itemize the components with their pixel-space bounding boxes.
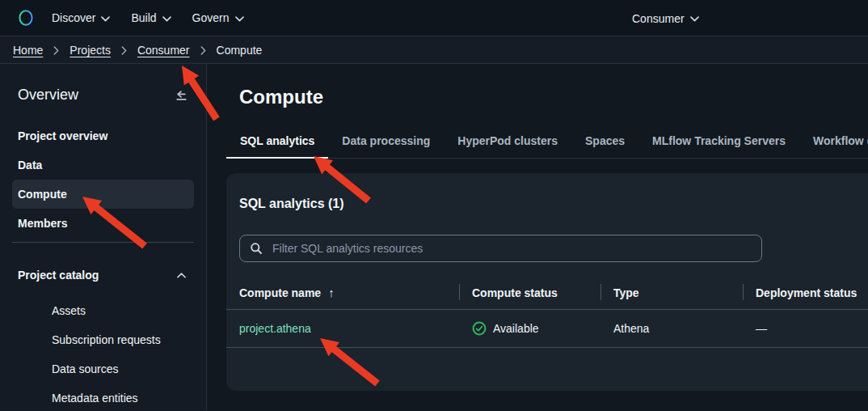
tab-spaces[interactable]: Spaces <box>571 129 638 158</box>
sidebar-catalog-section: Project catalog <box>12 261 194 290</box>
compute-table-body: project.athenaAvailableAthena— <box>226 310 868 348</box>
chevron-right-icon <box>53 46 59 55</box>
tab-workflow-e[interactable]: Workflow e <box>799 129 868 158</box>
column-header-label: Compute status <box>472 286 558 299</box>
sidebar-catalog-children: AssetsSubscription requestsData sourcesM… <box>12 296 194 411</box>
sidebar-item-label: Assets <box>52 303 86 319</box>
sidebar-item-label: Data sources <box>52 361 118 377</box>
topnav-menu-label: Govern <box>192 11 230 24</box>
topnav-menu-label: Discover <box>52 11 95 24</box>
sidebar-item-project-overview[interactable]: Project overview <box>12 121 194 150</box>
sidebar-item-label: Members <box>18 215 67 231</box>
topnav-menu-label: Build <box>131 11 156 24</box>
check-circle-icon <box>472 321 487 336</box>
project-dropdown-consumer[interactable]: Consumer <box>632 12 699 25</box>
sidebar-item-data[interactable]: Data <box>12 150 194 180</box>
magnifier-icon <box>250 242 263 255</box>
status-label: Available <box>493 322 539 335</box>
breadcrumb: HomeProjectsConsumerCompute <box>0 36 868 64</box>
breadcrumb-item-compute: Compute <box>217 44 263 57</box>
column-header-compute-name[interactable]: Compute name↑ <box>226 282 459 309</box>
filter-search-input[interactable] <box>271 241 752 256</box>
topnav-menu-discover[interactable]: Discover <box>52 11 110 24</box>
chevron-down-icon <box>235 16 244 22</box>
sidebar: Overview Project overviewDataComputeMemb… <box>0 64 207 410</box>
sidebar-item-data-sources[interactable]: Data sources <box>12 354 194 383</box>
topnav-menu-build[interactable]: Build <box>131 11 171 24</box>
table-row: project.athenaAvailableAthena— <box>226 310 868 348</box>
filter-search-box <box>239 235 762 262</box>
sidebar-item-metadata-entities[interactable]: Metadata entities <box>12 383 194 411</box>
sidebar-title: Overview <box>18 87 78 104</box>
compute-status-cell: Available <box>459 321 600 336</box>
column-header-label: Compute name <box>239 286 321 299</box>
column-header-label: Type <box>613 286 639 299</box>
column-header-type[interactable]: Type <box>600 282 743 309</box>
chevron-right-icon <box>200 46 206 55</box>
breadcrumb-item-home[interactable]: Home <box>13 44 43 57</box>
chevron-down-icon <box>101 16 110 22</box>
compute-table-header: Compute name↑Compute statusTypeDeploymen… <box>226 282 868 310</box>
column-header-compute-status[interactable]: Compute status <box>459 282 600 309</box>
chevron-down-icon <box>162 16 171 22</box>
sidebar-item-assets[interactable]: Assets <box>12 296 194 325</box>
app-shell: Overview Project overviewDataComputeMemb… <box>0 64 868 410</box>
sidebar-item-compute[interactable]: Compute <box>12 180 194 209</box>
column-header-deployment-status[interactable]: Deployment status <box>743 282 868 309</box>
sidebar-nav: Project overviewDataComputeMembers <box>12 121 194 238</box>
breadcrumb-item-projects[interactable]: Projects <box>70 44 111 57</box>
panel-title: SQL analytics (1) <box>226 173 868 212</box>
deployment-status-cell: — <box>743 322 868 335</box>
tab-data-processing[interactable]: Data processing <box>328 129 444 158</box>
breadcrumb-item-consumer[interactable]: Consumer <box>137 44 190 57</box>
sidebar-header: Overview <box>0 64 206 104</box>
tab-bar: SQL analyticsData processingHyperPod clu… <box>226 129 868 159</box>
chevron-up-icon <box>177 273 186 278</box>
sidebar-item-label: Metadata entities <box>52 390 138 406</box>
tab-mlflow-tracking-servers[interactable]: MLflow Tracking Servers <box>638 129 799 158</box>
sidebar-item-project-catalog[interactable]: Project catalog <box>12 261 194 290</box>
column-header-label: Deployment status <box>756 286 857 299</box>
chevron-right-icon <box>121 46 127 55</box>
chevron-down-icon <box>690 16 699 22</box>
app-logo-brain-icon[interactable] <box>18 9 34 27</box>
sidebar-item-label: Compute <box>18 186 67 202</box>
tab-hyperpod-clusters[interactable]: HyperPod clusters <box>444 129 571 158</box>
arrow-up-icon: ↑ <box>328 286 335 299</box>
compute-name-link[interactable]: project.athena <box>226 322 459 335</box>
sidebar-divider <box>12 242 194 243</box>
sidebar-item-label: Data <box>18 157 42 173</box>
sidebar-item-label: Project catalog <box>18 267 99 283</box>
compute-table: Compute name↑Compute statusTypeDeploymen… <box>226 282 868 348</box>
topnav-project-menu: Consumer <box>632 0 720 36</box>
collapse-panel-left-icon[interactable] <box>173 87 190 104</box>
top-navigation-bar: DiscoverBuildGovern Consumer <box>0 0 868 36</box>
type-cell: Athena <box>600 322 743 335</box>
sidebar-item-members[interactable]: Members <box>12 209 194 238</box>
topnav-menu-govern[interactable]: Govern <box>192 11 244 24</box>
sidebar-item-subscription-requests[interactable]: Subscription requests <box>12 325 194 354</box>
tab-sql-analytics[interactable]: SQL analytics <box>226 129 328 159</box>
topnav-menus: DiscoverBuildGovern <box>52 11 265 24</box>
page-title: Compute <box>239 85 868 109</box>
sidebar-item-label: Project overview <box>18 128 107 144</box>
main-content: Compute SQL analyticsData processingHype… <box>207 64 868 410</box>
sidebar-item-label: Subscription requests <box>52 332 161 348</box>
sql-analytics-panel: SQL analytics (1) Compute name↑Compute s… <box>226 173 868 391</box>
project-dropdown-label: Consumer <box>632 12 685 25</box>
